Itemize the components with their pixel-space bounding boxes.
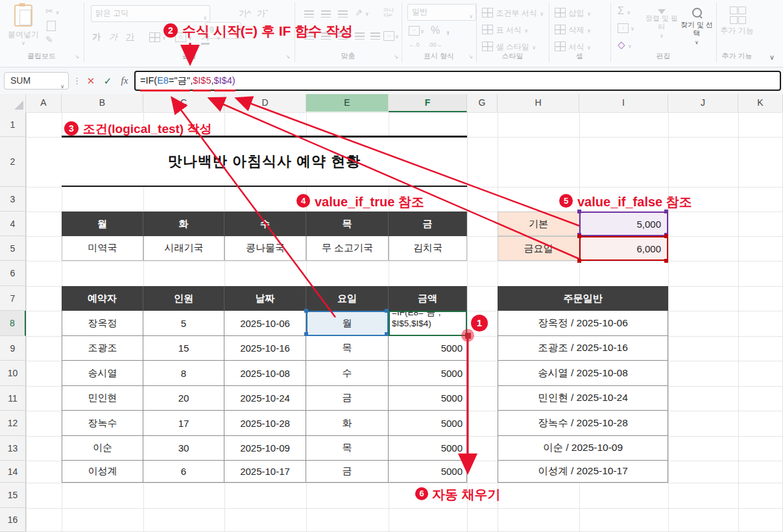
align-bottom-icon[interactable] bbox=[338, 10, 348, 18]
paste-button[interactable]: 붙여넣기 ∨ bbox=[8, 5, 39, 46]
main-table-cell[interactable]: 장녹수 bbox=[62, 411, 143, 436]
main-table-cell[interactable]: 금 bbox=[306, 386, 389, 411]
orientation-button[interactable]: ⇗ ∨ bbox=[355, 6, 368, 20]
ribbon-collapse-chevron-icon[interactable]: ∨ bbox=[769, 53, 775, 62]
editing-cell-F8[interactable]: =IF(E8="금",$I$5,$I$4) bbox=[389, 311, 467, 336]
price-label-cell[interactable]: 금요일 bbox=[498, 236, 579, 261]
main-table-cell[interactable]: 수 bbox=[306, 361, 389, 386]
orders-table-cell[interactable]: 이순 / 2025-10-09 bbox=[498, 436, 668, 461]
days-soup-cell[interactable]: 콩나물국 bbox=[224, 236, 306, 261]
orders-table-cell[interactable]: 이성계 / 2025-10-17 bbox=[498, 461, 668, 483]
format-as-table-button[interactable]: 표 서식 ∨ bbox=[482, 23, 528, 36]
main-table-cell[interactable]: 이순 bbox=[62, 436, 143, 461]
main-table-cell[interactable]: 5000 bbox=[389, 361, 467, 386]
main-table-header-cell[interactable]: 예약자 bbox=[62, 286, 143, 311]
row-header-9[interactable]: 9 bbox=[0, 336, 26, 361]
main-table-cell[interactable]: 17 bbox=[143, 411, 224, 436]
main-table-cell[interactable]: 5 bbox=[143, 311, 224, 336]
orders-table-cell[interactable]: 조광조 / 2025-10-16 bbox=[498, 336, 668, 361]
accounting-format-button[interactable]: ~ bbox=[409, 26, 420, 36]
row-header-12[interactable]: 12 bbox=[0, 411, 26, 436]
main-table-cell[interactable]: 2025-10-28 bbox=[224, 411, 306, 436]
column-header-B[interactable]: B bbox=[62, 94, 143, 112]
days-header-cell[interactable]: 금 bbox=[389, 212, 467, 236]
comma-style-button[interactable]: , bbox=[446, 23, 450, 35]
row-header-11[interactable]: 11 bbox=[0, 386, 26, 411]
align-middle-icon[interactable] bbox=[321, 10, 331, 18]
shrink-font-button[interactable]: 가ˇ bbox=[257, 8, 268, 19]
select-all-corner[interactable] bbox=[0, 94, 26, 112]
underline-button[interactable]: 가 bbox=[126, 31, 134, 43]
main-table-cell[interactable]: 조광조 bbox=[62, 336, 143, 361]
main-table-header-cell[interactable]: 요일 bbox=[306, 286, 389, 311]
main-table-cell[interactable]: 2025-10-08 bbox=[224, 361, 306, 386]
increase-indent-icon[interactable] bbox=[370, 32, 380, 40]
main-table-header-cell[interactable]: 날짜 bbox=[224, 286, 306, 311]
align-top-icon[interactable] bbox=[304, 10, 314, 18]
column-header-C[interactable]: C bbox=[143, 94, 224, 112]
row-header-13[interactable]: 13 bbox=[0, 436, 26, 461]
row-header-14[interactable]: 14 bbox=[0, 461, 26, 483]
confirm-entry-button[interactable]: ✓ bbox=[100, 72, 115, 90]
column-header-D[interactable]: D bbox=[224, 94, 306, 112]
row-header-4[interactable]: 4 bbox=[0, 212, 26, 236]
main-table-cell[interactable]: 화 bbox=[306, 411, 389, 436]
fill-button[interactable]: ↓ bbox=[618, 23, 629, 33]
formula-bar-dots-icon[interactable]: ⋮ bbox=[73, 72, 80, 90]
row-header-8[interactable]: 8 bbox=[0, 311, 26, 336]
main-table-cell[interactable]: 목 bbox=[306, 336, 389, 361]
copy-button[interactable] bbox=[47, 21, 56, 31]
number-format-select[interactable]: 일반∨ bbox=[407, 4, 476, 21]
days-header-cell[interactable]: 수 bbox=[224, 212, 306, 236]
days-soup-cell[interactable]: 무 소고기국 bbox=[306, 236, 389, 261]
main-table-cell[interactable]: 이성계 bbox=[62, 461, 143, 483]
font-dialog-launcher[interactable]: ↘ bbox=[285, 54, 290, 60]
orders-table-cell[interactable]: 장녹수 / 2025-10-28 bbox=[498, 411, 668, 436]
formula-input[interactable]: =IF(E8="금",$I$5,$I$4) bbox=[134, 71, 781, 91]
sheet-title-cell[interactable]: 맛나백반 아침식사 예약 현황 bbox=[62, 137, 467, 187]
clipboard-dialog-launcher[interactable]: ↘ bbox=[75, 54, 79, 60]
row-header-3[interactable]: 3 bbox=[0, 187, 26, 212]
column-header-I[interactable]: I bbox=[579, 94, 668, 112]
orders-table-cell[interactable]: 송시열 / 2025-10-08 bbox=[498, 361, 668, 386]
main-table-cell[interactable]: 8 bbox=[143, 361, 224, 386]
main-table-cell[interactable]: 6 bbox=[143, 461, 224, 483]
column-header-K[interactable]: K bbox=[738, 94, 783, 112]
wrap-text-button[interactable]: 가나다↵ bbox=[383, 8, 394, 18]
main-table-cell[interactable]: 2025-10-06 bbox=[224, 311, 306, 336]
decrease-indent-icon[interactable] bbox=[355, 32, 365, 40]
days-soup-cell[interactable]: 시래기국 bbox=[143, 236, 224, 261]
orders-table-cell[interactable]: 장옥정 / 2025-10-06 bbox=[498, 311, 668, 336]
row-header-1[interactable]: 1 bbox=[0, 112, 26, 137]
main-table-cell[interactable]: 민인현 bbox=[62, 386, 143, 411]
find-select-button[interactable]: 찾기 및 선택 ∨ bbox=[680, 8, 714, 47]
orders-table-cell[interactable]: 민인현 / 2025-10-24 bbox=[498, 386, 668, 411]
column-header-J[interactable]: J bbox=[668, 94, 738, 112]
row-header-16[interactable]: 16 bbox=[0, 508, 26, 532]
column-header-A[interactable]: A bbox=[26, 94, 62, 112]
price-label-cell[interactable]: 기본 bbox=[498, 212, 579, 236]
name-box[interactable]: SUM ∨ bbox=[4, 72, 69, 90]
main-table-cell[interactable]: 20 bbox=[143, 386, 224, 411]
row-header-2[interactable]: 2 bbox=[0, 137, 26, 187]
main-table-header-cell[interactable]: 금액 bbox=[389, 286, 467, 311]
column-header-E[interactable]: E bbox=[306, 94, 389, 112]
days-soup-cell[interactable]: 미역국 bbox=[62, 236, 143, 261]
cancel-entry-button[interactable]: ✕ bbox=[83, 72, 99, 90]
clear-button[interactable]: ◇ ∨ bbox=[618, 39, 632, 51]
main-table-cell[interactable]: 2025-10-17 bbox=[224, 461, 306, 483]
main-table-cell[interactable]: 5000 bbox=[389, 461, 467, 483]
main-table-cell[interactable]: 송시열 bbox=[62, 361, 143, 386]
days-header-cell[interactable]: 화 bbox=[143, 212, 224, 236]
row-header-5[interactable]: 5 bbox=[0, 236, 26, 261]
row-header-15[interactable]: 15 bbox=[0, 483, 26, 508]
alignment-dialog-launcher[interactable]: ↘ bbox=[394, 54, 398, 60]
borders-button[interactable] bbox=[149, 32, 160, 42]
row-header-7[interactable]: 7 bbox=[0, 286, 26, 311]
days-soup-cell[interactable]: 김치국 bbox=[389, 236, 467, 261]
delete-cells-button[interactable]: 삭제 ∨ bbox=[555, 23, 591, 36]
increase-decimal-button[interactable]: ←.0 bbox=[409, 42, 420, 48]
sort-filter-button[interactable]: 정렬 및 필터 ∨ bbox=[645, 8, 679, 40]
decrease-decimal-button[interactable]: .00→ bbox=[428, 42, 442, 48]
main-table-cell[interactable]: 금 bbox=[306, 461, 389, 483]
